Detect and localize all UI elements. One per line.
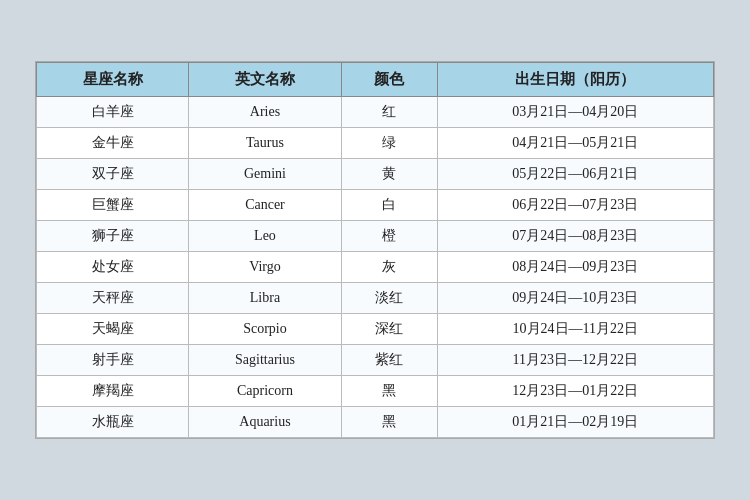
cell-8-2: 紫红	[341, 345, 437, 376]
table-row: 处女座Virgo灰08月24日—09月23日	[37, 252, 714, 283]
cell-1-3: 04月21日—05月21日	[437, 128, 713, 159]
cell-6-3: 09月24日—10月23日	[437, 283, 713, 314]
table-row: 天秤座Libra淡红09月24日—10月23日	[37, 283, 714, 314]
cell-10-1: Aquarius	[189, 407, 341, 438]
table-row: 金牛座Taurus绿04月21日—05月21日	[37, 128, 714, 159]
header-chinese-name: 星座名称	[37, 63, 189, 97]
cell-5-3: 08月24日—09月23日	[437, 252, 713, 283]
cell-8-1: Sagittarius	[189, 345, 341, 376]
cell-6-0: 天秤座	[37, 283, 189, 314]
cell-1-2: 绿	[341, 128, 437, 159]
table-row: 摩羯座Capricorn黑12月23日—01月22日	[37, 376, 714, 407]
zodiac-table-container: 星座名称 英文名称 颜色 出生日期（阳历） 白羊座Aries红03月21日—04…	[35, 61, 715, 439]
table-header-row: 星座名称 英文名称 颜色 出生日期（阳历）	[37, 63, 714, 97]
cell-5-2: 灰	[341, 252, 437, 283]
cell-4-0: 狮子座	[37, 221, 189, 252]
cell-10-3: 01月21日—02月19日	[437, 407, 713, 438]
cell-7-3: 10月24日—11月22日	[437, 314, 713, 345]
cell-5-1: Virgo	[189, 252, 341, 283]
cell-0-1: Aries	[189, 97, 341, 128]
table-row: 双子座Gemini黄05月22日—06月21日	[37, 159, 714, 190]
cell-5-0: 处女座	[37, 252, 189, 283]
cell-10-0: 水瓶座	[37, 407, 189, 438]
cell-3-0: 巨蟹座	[37, 190, 189, 221]
cell-7-1: Scorpio	[189, 314, 341, 345]
cell-8-0: 射手座	[37, 345, 189, 376]
cell-2-1: Gemini	[189, 159, 341, 190]
cell-3-1: Cancer	[189, 190, 341, 221]
cell-9-3: 12月23日—01月22日	[437, 376, 713, 407]
cell-0-2: 红	[341, 97, 437, 128]
header-color: 颜色	[341, 63, 437, 97]
table-row: 天蝎座Scorpio深红10月24日—11月22日	[37, 314, 714, 345]
cell-0-3: 03月21日—04月20日	[437, 97, 713, 128]
table-row: 白羊座Aries红03月21日—04月20日	[37, 97, 714, 128]
table-row: 狮子座Leo橙07月24日—08月23日	[37, 221, 714, 252]
cell-4-2: 橙	[341, 221, 437, 252]
cell-1-0: 金牛座	[37, 128, 189, 159]
table-row: 射手座Sagittarius紫红11月23日—12月22日	[37, 345, 714, 376]
cell-9-2: 黑	[341, 376, 437, 407]
table-row: 巨蟹座Cancer白06月22日—07月23日	[37, 190, 714, 221]
cell-3-3: 06月22日—07月23日	[437, 190, 713, 221]
table-body: 白羊座Aries红03月21日—04月20日金牛座Taurus绿04月21日—0…	[37, 97, 714, 438]
cell-10-2: 黑	[341, 407, 437, 438]
table-row: 水瓶座Aquarius黑01月21日—02月19日	[37, 407, 714, 438]
cell-9-1: Capricorn	[189, 376, 341, 407]
cell-6-1: Libra	[189, 283, 341, 314]
cell-0-0: 白羊座	[37, 97, 189, 128]
cell-3-2: 白	[341, 190, 437, 221]
cell-7-0: 天蝎座	[37, 314, 189, 345]
zodiac-table: 星座名称 英文名称 颜色 出生日期（阳历） 白羊座Aries红03月21日—04…	[36, 62, 714, 438]
cell-8-3: 11月23日—12月22日	[437, 345, 713, 376]
header-birthdate: 出生日期（阳历）	[437, 63, 713, 97]
cell-2-0: 双子座	[37, 159, 189, 190]
cell-1-1: Taurus	[189, 128, 341, 159]
header-english-name: 英文名称	[189, 63, 341, 97]
cell-6-2: 淡红	[341, 283, 437, 314]
cell-7-2: 深红	[341, 314, 437, 345]
cell-9-0: 摩羯座	[37, 376, 189, 407]
cell-2-3: 05月22日—06月21日	[437, 159, 713, 190]
cell-2-2: 黄	[341, 159, 437, 190]
cell-4-3: 07月24日—08月23日	[437, 221, 713, 252]
cell-4-1: Leo	[189, 221, 341, 252]
